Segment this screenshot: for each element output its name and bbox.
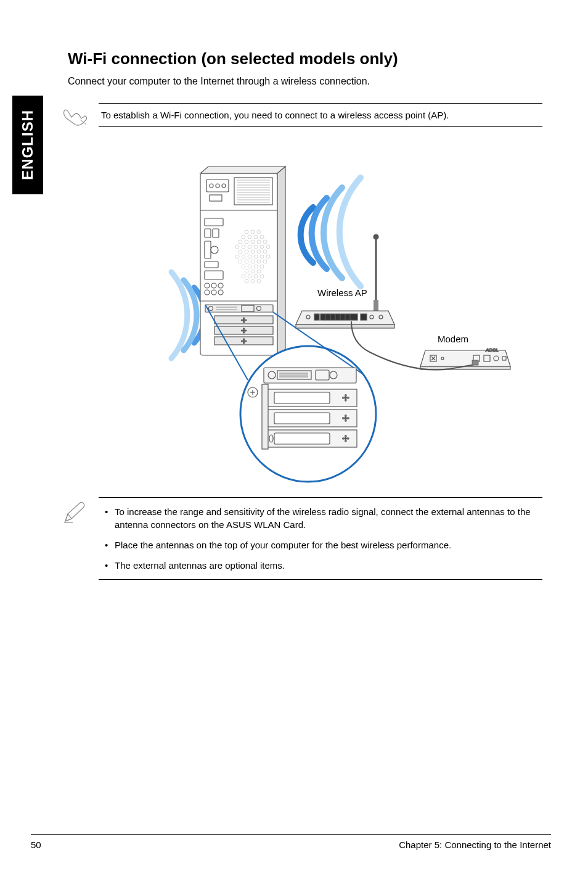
note-text-1: To establish a Wi-Fi connection, you nee…: [101, 110, 449, 120]
svg-text:✢: ✢: [241, 327, 247, 334]
pc-tower: ✢ ✢ ✢: [200, 167, 285, 355]
svg-text:✢: ✢: [342, 413, 349, 423]
language-label: ENGLISH: [19, 110, 36, 180]
svg-rect-20: [205, 229, 211, 237]
pencil-icon: [62, 500, 86, 525]
note-item-3: The external antennas are optional items…: [115, 559, 540, 572]
modem-label: Modem: [438, 334, 468, 344]
note-callout-2: To increase the range and sensitivity of…: [99, 497, 542, 580]
svg-rect-108: [274, 392, 330, 403]
note-callout-1: To establish a Wi-Fi connection, you nee…: [99, 103, 542, 127]
note-item-1: To increase the range and sensitivity of…: [115, 505, 540, 531]
svg-rect-111: [274, 413, 330, 424]
svg-rect-81: [205, 305, 273, 312]
svg-rect-122: [314, 314, 319, 320]
svg-text:✢: ✢: [342, 393, 349, 403]
svg-text:✢: ✢: [241, 337, 247, 345]
page-content: Wi-Fi connection (on selected models onl…: [68, 49, 542, 580]
page-footer: 50 Chapter 5: Connecting to the Internet: [31, 834, 551, 850]
svg-text:ADSL: ADSL: [485, 347, 499, 353]
wifi-diagram: ✢ ✢ ✢: [105, 139, 524, 497]
svg-rect-121: [296, 324, 394, 328]
intro-text: Connect your computer to the Internet th…: [68, 76, 542, 87]
svg-text:✢: ✢: [342, 434, 349, 444]
svg-rect-114: [274, 433, 330, 444]
svg-rect-25: [205, 271, 223, 279]
svg-rect-130: [361, 314, 367, 320]
wireless-ap-label: Wireless AP: [317, 287, 367, 298]
svg-rect-144: [472, 360, 478, 365]
chapter-label: Chapter 5: Connecting to the Internet: [399, 840, 551, 850]
svg-rect-6: [210, 195, 222, 201]
section-heading: Wi-Fi connection (on selected models onl…: [68, 49, 542, 68]
note-item-2: Place the antennas on the top of your co…: [115, 538, 540, 551]
svg-text:✢: ✢: [241, 316, 247, 324]
svg-rect-123: [321, 314, 357, 320]
svg-rect-21: [213, 229, 219, 237]
wireless-ap: [296, 234, 394, 328]
diagram-svg: ✢ ✢ ✢: [105, 139, 524, 497]
svg-rect-19: [205, 218, 223, 226]
svg-rect-117: [262, 384, 268, 449]
page-number: 50: [31, 840, 41, 850]
svg-rect-134: [420, 366, 510, 369]
svg-rect-22: [205, 241, 211, 258]
language-tab: ENGLISH: [12, 96, 43, 194]
svg-point-119: [374, 234, 378, 239]
svg-rect-24: [205, 262, 218, 268]
svg-rect-120: [374, 300, 378, 311]
note-hand-icon: [62, 106, 89, 128]
